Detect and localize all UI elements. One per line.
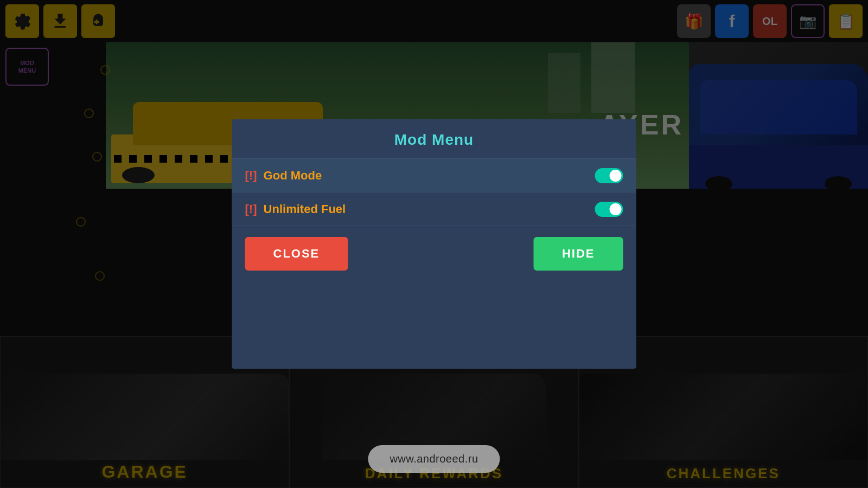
god-mode-toggle-knob bbox=[610, 170, 622, 182]
god-mode-row: [!] God Mode bbox=[232, 159, 636, 192]
unlimited-fuel-toggle-knob bbox=[610, 203, 622, 215]
modal-buttons: CLOSE HIDE bbox=[232, 226, 636, 281]
modal-title: Mod Menu bbox=[394, 131, 474, 148]
god-mode-name: God Mode bbox=[264, 169, 322, 182]
god-mode-label: [!] God Mode bbox=[245, 169, 322, 183]
unlimited-fuel-name: Unlimited Fuel bbox=[264, 202, 346, 216]
mod-menu-modal: Mod Menu [!] God Mode [!] Unlimited Fuel… bbox=[232, 119, 636, 369]
hide-button[interactable]: HIDE bbox=[534, 237, 623, 271]
unlimited-fuel-row: [!] Unlimited Fuel bbox=[232, 192, 636, 226]
unlimited-fuel-prefix: [!] bbox=[245, 202, 257, 216]
modal-header: Mod Menu bbox=[232, 119, 636, 159]
god-mode-prefix: [!] bbox=[245, 169, 257, 182]
unlimited-fuel-toggle[interactable] bbox=[595, 202, 623, 217]
modal-spacer bbox=[232, 281, 636, 352]
close-button[interactable]: CLOSE bbox=[245, 237, 348, 271]
modal-body: [!] God Mode [!] Unlimited Fuel bbox=[232, 159, 636, 226]
url-text: www.androeed.ru bbox=[390, 453, 478, 465]
unlimited-fuel-label: [!] Unlimited Fuel bbox=[245, 202, 346, 216]
god-mode-toggle[interactable] bbox=[595, 168, 623, 183]
url-bar: www.androeed.ru bbox=[368, 445, 500, 473]
